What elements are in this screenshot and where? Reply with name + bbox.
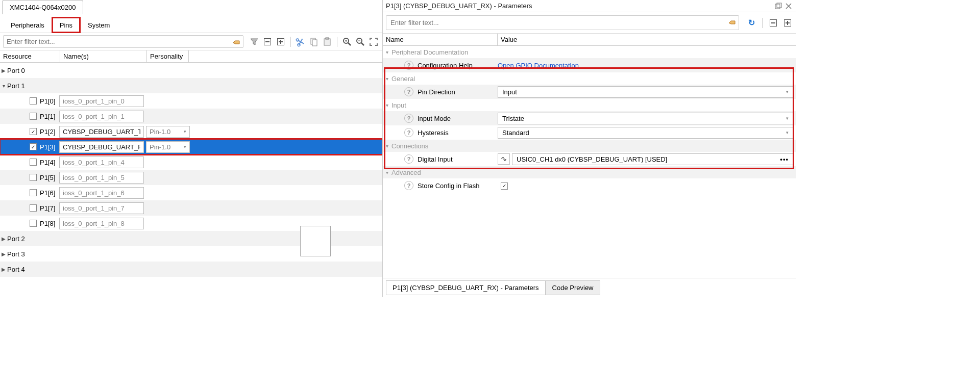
- pin-row[interactable]: P1[0]: [0, 93, 382, 109]
- help-icon[interactable]: ?: [404, 154, 413, 164]
- pin-name-input[interactable]: [59, 126, 144, 138]
- pins-filter-input[interactable]: [3, 35, 243, 48]
- svg-line-12: [361, 43, 364, 45]
- pin-checkbox[interactable]: [30, 220, 37, 227]
- bottom-tab-code-preview[interactable]: Code Preview: [546, 280, 600, 295]
- expand-all-icon[interactable]: [275, 36, 286, 47]
- store-config-checkbox[interactable]: ✓: [501, 182, 508, 190]
- pin-name-input[interactable]: [59, 95, 144, 107]
- pin-name-input[interactable]: [59, 218, 144, 229]
- expander-icon[interactable]: ▶: [0, 267, 7, 272]
- hysteresis-dropdown[interactable]: Standard▾: [498, 127, 793, 139]
- link-icon[interactable]: [498, 153, 510, 165]
- col-personality: Personality: [147, 50, 189, 62]
- pin-checkbox[interactable]: [30, 174, 37, 181]
- pin-label: P1[4]: [40, 159, 59, 166]
- bottom-tab-parameters[interactable]: P1[3] (CYBSP_DEBUG_UART_RX) - Parameters: [386, 280, 546, 295]
- col-resource: Resource: [0, 50, 60, 62]
- restore-icon[interactable]: [774, 2, 783, 11]
- pin-label: P1[6]: [40, 189, 59, 197]
- pin-name-input[interactable]: [59, 202, 144, 214]
- param-config-help: ?Configuration Help Open GPIO Documentat…: [383, 58, 796, 72]
- tab-system[interactable]: System: [80, 17, 117, 33]
- help-icon[interactable]: ?: [404, 61, 413, 70]
- chevron-down-icon: ▾: [184, 144, 186, 149]
- personality-dropdown[interactable]: Pin-1.0▾: [146, 141, 190, 153]
- tab-peripherals[interactable]: Peripherals: [3, 17, 52, 33]
- param-label: Digital Input: [418, 155, 453, 163]
- clear-filter-icon[interactable]: [728, 18, 736, 28]
- svg-rect-15: [777, 3, 781, 8]
- separator: [337, 37, 337, 47]
- pin-name-input[interactable]: [59, 172, 144, 184]
- filter-icon[interactable]: [249, 36, 260, 47]
- svg-rect-6: [326, 38, 329, 39]
- chevron-down-icon[interactable]: ▾: [386, 49, 388, 55]
- pin-direction-dropdown[interactable]: Input▾: [498, 86, 793, 98]
- pin-checkbox[interactable]: ✓: [30, 143, 37, 150]
- collapse-all-icon[interactable]: [262, 36, 273, 47]
- help-icon[interactable]: ?: [404, 87, 413, 96]
- personality-dropdown[interactable]: Pin-1.0▾: [146, 126, 190, 138]
- expander-icon[interactable]: ▶: [0, 68, 7, 73]
- pin-name-input[interactable]: [59, 111, 144, 122]
- group-connections[interactable]: ▾Connections: [383, 140, 796, 152]
- pin-checkbox[interactable]: [30, 189, 37, 196]
- expand-all-icon[interactable]: [782, 17, 793, 29]
- param-label: Configuration Help: [418, 62, 473, 69]
- params-filter-input[interactable]: [386, 15, 739, 30]
- copy-icon[interactable]: [308, 36, 320, 47]
- zoom-in-icon[interactable]: [341, 36, 353, 47]
- more-icon[interactable]: •••: [780, 155, 789, 163]
- chevron-down-icon[interactable]: ▾: [386, 170, 388, 175]
- pin-checkbox[interactable]: [30, 159, 37, 166]
- zoom-fit-icon[interactable]: [368, 36, 379, 47]
- tab-pins[interactable]: Pins: [52, 17, 80, 33]
- input-mode-dropdown[interactable]: Tristate▾: [498, 113, 793, 124]
- chevron-down-icon[interactable]: ▾: [386, 76, 388, 82]
- col-names: Name(s): [60, 50, 147, 62]
- pin-label: P1[3]: [40, 143, 59, 151]
- svg-marker-0: [233, 41, 239, 44]
- port-row[interactable]: ▾ Port 1: [0, 78, 382, 93]
- param-label: Hysteresis: [418, 129, 449, 137]
- group-input[interactable]: ▾Input: [383, 99, 796, 111]
- cut-icon[interactable]: [294, 35, 308, 48]
- chevron-down-icon[interactable]: ▾: [386, 102, 388, 108]
- device-tab[interactable]: XMC1404-Q064x0200: [2, 0, 83, 14]
- clear-filter-icon[interactable]: [232, 38, 240, 46]
- paste-icon[interactable]: [322, 36, 333, 47]
- help-icon[interactable]: ?: [404, 128, 413, 137]
- pin-label: P1[2]: [40, 128, 59, 136]
- pin-checkbox[interactable]: [30, 204, 37, 212]
- pin-checkbox[interactable]: ✓: [30, 128, 37, 135]
- zoom-out-icon[interactable]: [355, 36, 366, 47]
- param-input-mode: ?Input Mode Tristate▾: [383, 111, 796, 125]
- pin-row[interactable]: P1[1]: [0, 109, 382, 124]
- collapse-all-icon[interactable]: [768, 17, 779, 29]
- group-doc[interactable]: ▾Peripheral Documentation: [383, 46, 796, 58]
- expander-icon[interactable]: ▶: [0, 236, 7, 242]
- pin-name-input[interactable]: [59, 156, 144, 168]
- doc-link[interactable]: Open GPIO Documentation: [498, 62, 579, 69]
- help-icon[interactable]: ?: [404, 181, 413, 190]
- port-row[interactable]: ▶ Port 0: [0, 63, 382, 78]
- pin-name-input[interactable]: [59, 187, 144, 199]
- chevron-down-icon[interactable]: ▾: [386, 143, 388, 149]
- group-advanced[interactable]: ▾Advanced: [383, 166, 796, 178]
- svg-point-2: [296, 38, 299, 41]
- expander-icon[interactable]: ▶: [0, 251, 7, 257]
- pin-name-input[interactable]: [59, 141, 144, 153]
- svg-marker-16: [729, 21, 735, 24]
- pin-checkbox[interactable]: [30, 113, 37, 120]
- group-general[interactable]: ▾General: [383, 72, 796, 85]
- chevron-down-icon: ▾: [786, 89, 789, 94]
- close-icon[interactable]: [784, 2, 793, 11]
- digital-input-field[interactable]: USIC0_CH1 dx0 (CYBSP_DEBUG_UART) [USED]•…: [512, 153, 793, 165]
- help-icon[interactable]: ?: [404, 114, 413, 123]
- expander-icon[interactable]: ▾: [0, 83, 7, 89]
- refresh-icon[interactable]: ↻: [746, 18, 757, 28]
- pin-checkbox[interactable]: [30, 97, 37, 104]
- separator: [290, 37, 291, 47]
- param-label: Store Config in Flash: [418, 182, 479, 190]
